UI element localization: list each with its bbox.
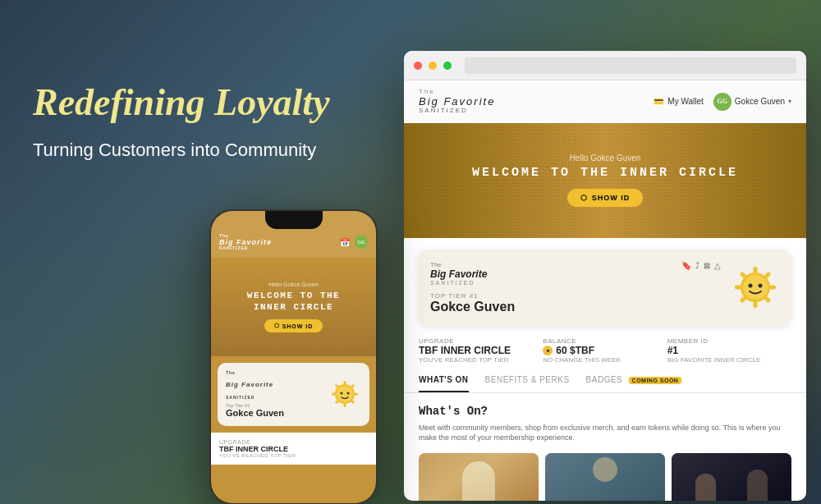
tab-benefits[interactable]: BENEFITS & PERKS xyxy=(485,375,570,392)
phone-notch xyxy=(265,211,323,229)
phone-logo: The Big Favorite SANITIZED xyxy=(219,234,272,251)
phone-calendar-icon: 📅 xyxy=(340,238,350,247)
svg-rect-20 xyxy=(735,286,741,290)
phone-card-info: The Big Favorite SANITIZED Top Tier #1 G… xyxy=(226,371,322,418)
user-name: Gokce Guven xyxy=(735,97,785,106)
phone-card-logo: The Big Favorite SANITIZED xyxy=(226,371,322,400)
share-icon: ⤴ xyxy=(695,261,699,270)
phone-greeting: Hello Gokce Guven xyxy=(268,282,319,287)
member-sub: BIG FAVORITE INNER CIRCLE xyxy=(667,356,782,364)
phone-user-avatar[interactable]: GG xyxy=(355,236,368,249)
phone-sun-icon xyxy=(328,378,361,410)
svg-point-10 xyxy=(341,392,343,395)
phone-upgrade-section: Upgrade TBF INNER CIRCLE YOU'VE REACHED … xyxy=(211,433,376,465)
svg-point-23 xyxy=(759,284,763,288)
svg-rect-6 xyxy=(344,403,346,407)
content-image-3[interactable] xyxy=(672,453,791,501)
stat-upgrade: Upgrade TBF INNER CIRCLE YOU'VE REACHED … xyxy=(419,337,543,364)
svg-rect-14 xyxy=(754,267,758,273)
phone-upgrade-sub: YOU'VE REACHED TOP TIER xyxy=(219,453,368,458)
balance-value: ● 60 $TBF xyxy=(543,345,657,356)
site-nav: 💳 My Wallet GG Gokce Guven ▾ xyxy=(654,93,791,111)
phone-upgrade-value: TBF INNER CIRCLE xyxy=(219,445,368,453)
browser-close-dot xyxy=(414,62,422,70)
show-id-icon: ⬡ xyxy=(580,194,588,202)
card-logo: The Big Favorite SANITIZED xyxy=(430,261,487,286)
svg-rect-4 xyxy=(354,393,358,396)
site-hero-banner: Hello Gokce Guven WELCOME TO THE INNER C… xyxy=(404,123,806,238)
wallet-icon: 💳 xyxy=(654,97,663,106)
svg-rect-16 xyxy=(769,286,776,290)
browser-mockup: The Big Favorite SANITIZED 💳 My Wallet G… xyxy=(404,51,806,501)
site-tabs: WHAT'S ON BENEFITS & PERKS BADGES COMING… xyxy=(404,375,806,393)
tab-whats-on[interactable]: WHAT'S ON xyxy=(419,375,469,392)
content-layer: Redefining Loyalty Turning Customers int… xyxy=(0,0,821,504)
hero-greeting: Hello Gokce Guven xyxy=(570,153,641,163)
phone-hero-title: WELCOME TO THEINNER CIRCLE xyxy=(247,290,340,314)
chevron-down-icon: ▾ xyxy=(788,98,791,105)
left-text-area: Redefining Loyalty Turning Customers int… xyxy=(33,82,330,162)
svg-point-22 xyxy=(749,284,753,288)
wallet-button[interactable]: 💳 My Wallet xyxy=(654,97,704,106)
tab-badges[interactable]: BADGES COMING SOON xyxy=(586,375,682,392)
balance-sub: NO CHANGE THIS WEEK xyxy=(543,356,657,364)
whats-on-section: What's On? Meet with community members, … xyxy=(404,405,806,501)
svg-point-1 xyxy=(337,386,353,402)
card-content: The Big Favorite SANITIZED 🔖 ⤴ ⊠ △ Top T… xyxy=(430,261,721,314)
content-image-grid xyxy=(419,453,791,501)
svg-point-13 xyxy=(743,275,768,300)
phone-membership-card: The Big Favorite SANITIZED Top Tier #1 G… xyxy=(218,363,369,426)
info-icon: ⊠ xyxy=(704,261,710,270)
coin-icon: ● xyxy=(543,346,553,355)
phone-screen: The Big Favorite SANITIZED 📅 GG Hello Go… xyxy=(211,211,376,503)
phone-upgrade-label: Upgrade xyxy=(219,439,368,445)
svg-rect-8 xyxy=(332,393,336,396)
site-logo: The Big Favorite SANITIZED xyxy=(419,89,495,115)
content-image-2[interactable] xyxy=(545,453,665,501)
phone-show-id-icon: ⬡ xyxy=(274,323,280,329)
card-sun-icon xyxy=(731,263,780,312)
browser-minimize-dot xyxy=(429,62,437,70)
main-subheadline: Turning Customers into Community xyxy=(33,139,330,163)
phone-mockup: The Big Favorite SANITIZED 📅 GG Hello Go… xyxy=(209,209,378,504)
coming-soon-badge: COMING SOON xyxy=(629,377,682,384)
phone-show-id-button[interactable]: ⬡ SHOW ID xyxy=(264,319,323,332)
card-tier-badge: Top Tier #1 xyxy=(430,292,721,300)
member-label: Member ID xyxy=(667,337,782,345)
main-headline: Redefining Loyalty xyxy=(33,82,330,124)
phone-hero-banner: Hello Gokce Guven WELCOME TO THEINNER CI… xyxy=(211,258,376,356)
stat-balance: Balance ● 60 $TBF NO CHANGE THIS WEEK xyxy=(543,337,667,364)
browser-content: The Big Favorite SANITIZED 💳 My Wallet G… xyxy=(404,80,806,501)
whats-on-description: Meet with community members, shop from e… xyxy=(419,423,791,443)
whats-on-title: What's On? xyxy=(419,405,791,418)
upgrade-value: TBF INNER CIRCLE xyxy=(419,345,533,356)
card-user-info: Top Tier #1 Gokce Guven xyxy=(430,292,721,314)
browser-maximize-dot xyxy=(443,62,452,70)
site-header: The Big Favorite SANITIZED 💳 My Wallet G… xyxy=(404,80,806,123)
phone-nav: 📅 GG xyxy=(340,236,368,249)
svg-rect-18 xyxy=(754,301,758,308)
hero-title: WELCOME TO THE INNER CIRCLE xyxy=(472,166,738,181)
phone-card-name: Gokce Guven xyxy=(226,408,322,418)
svg-point-11 xyxy=(347,392,350,395)
upgrade-label: Upgrade xyxy=(419,337,533,345)
user-avatar: GG xyxy=(713,93,732,111)
alert-icon: △ xyxy=(714,261,721,270)
svg-rect-2 xyxy=(344,381,346,385)
balance-label: Balance xyxy=(543,337,657,345)
user-menu[interactable]: GG Gokce Guven ▾ xyxy=(713,93,791,111)
browser-topbar xyxy=(404,51,806,80)
bookmark-icon: 🔖 xyxy=(681,261,691,270)
upgrade-sub: YOU'VE REACHED TOP TIER xyxy=(419,356,533,364)
content-image-1[interactable] xyxy=(419,453,539,501)
stats-row: Upgrade TBF INNER CIRCLE YOU'VE REACHED … xyxy=(404,337,806,364)
card-user-name: Gokce Guven xyxy=(430,300,721,314)
stat-member: Member ID #1 BIG FAVORITE INNER CIRCLE xyxy=(667,337,791,364)
show-id-button[interactable]: ⬡ SHOW ID xyxy=(567,189,644,207)
membership-card: The Big Favorite SANITIZED 🔖 ⤴ ⊠ △ Top T… xyxy=(419,250,791,326)
browser-addressbar[interactable] xyxy=(465,57,796,74)
member-value: #1 xyxy=(667,345,782,356)
card-action-icons: 🔖 ⤴ ⊠ △ xyxy=(681,261,721,270)
